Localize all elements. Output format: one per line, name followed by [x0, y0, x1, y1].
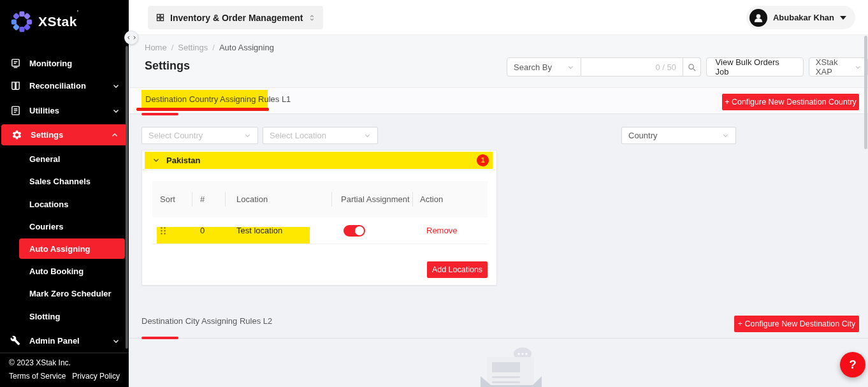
- breadcrumb-home[interactable]: Home: [145, 43, 167, 52]
- sidebar-item-utilities[interactable]: Utilities: [0, 99, 129, 122]
- column-header-sort: Sort: [152, 181, 192, 217]
- app-switcher-label: Inventory & Order Management: [170, 13, 303, 23]
- configure-destination-city-button[interactable]: + Configure New Destination City: [734, 316, 859, 332]
- sidebar-collapse-button[interactable]: [124, 31, 138, 45]
- gear-icon: [11, 129, 22, 140]
- chevron-right-icon: [132, 35, 137, 40]
- chevron-down-icon: [244, 132, 251, 139]
- search-button[interactable]: [683, 57, 701, 77]
- logo-trademark: ': [77, 10, 78, 17]
- swap-vertical-icon: [308, 13, 315, 22]
- caret-down-icon: [840, 16, 846, 20]
- select-location-placeholder: Select Location: [270, 131, 326, 140]
- remove-link[interactable]: Remove: [420, 226, 457, 235]
- column-header-index: #: [192, 181, 225, 217]
- partial-assignment-toggle[interactable]: [344, 225, 365, 237]
- sidebar-item-label: Monitoring: [29, 59, 72, 68]
- breadcrumb-current: Auto Assigning: [219, 43, 274, 52]
- accordion-country-name: Pakistan: [166, 156, 200, 165]
- wrench-icon: [10, 335, 21, 346]
- sidebar-item-monitoring[interactable]: Monitoring: [0, 52, 129, 75]
- table-row: 0 Test location Remove: [152, 217, 488, 244]
- sidebar-item-auto-assigning[interactable]: Auto Assigning: [19, 238, 125, 259]
- grid-icon: [156, 13, 165, 22]
- xstak-xap-select[interactable]: XStak XAP: [809, 57, 868, 77]
- sidebar-item-mark-zero-scheduler[interactable]: Mark Zero Scheduler: [0, 282, 129, 305]
- sidebar-scrollbar[interactable]: [126, 46, 128, 349]
- view-bulk-orders-label: View Bulk Orders Job: [716, 57, 794, 77]
- sidebar-item-auto-booking[interactable]: Auto Booking: [0, 260, 129, 282]
- user-menu[interactable]: Abubakar Khan: [746, 6, 855, 29]
- search-cluster: Search By 0 / 50 View Bulk Orders Job XS…: [507, 57, 868, 77]
- sidebar-item-admin-panel[interactable]: Admin Panel: [0, 330, 129, 352]
- privacy-policy-link[interactable]: Privacy Policy: [72, 372, 120, 381]
- locations-table: Sort # Location Partial Assignment Actio…: [152, 181, 488, 244]
- add-locations-button[interactable]: Add Locations: [427, 261, 488, 278]
- column-header-partial-assignment: Partial Assignment: [331, 181, 412, 217]
- search-by-value: Search By: [514, 62, 552, 72]
- select-location-dropdown[interactable]: Select Location: [263, 127, 378, 144]
- sidebar-child-label: Auto Assigning: [29, 244, 90, 254]
- l2-active-tab-underline: [141, 337, 178, 339]
- country-dropdown[interactable]: Country: [621, 127, 736, 144]
- chevron-down-icon: [855, 64, 861, 71]
- monitoring-icon: [10, 58, 21, 69]
- sidebar-item-general[interactable]: General: [0, 148, 129, 170]
- search-icon: [687, 62, 697, 72]
- chevron-down-icon: [722, 132, 729, 139]
- sidebar-item-label: Settings: [31, 130, 63, 140]
- chevron-down-icon: [364, 132, 371, 139]
- select-country-placeholder: Select Country: [148, 131, 203, 140]
- country-dropdown-value: Country: [628, 131, 658, 140]
- column-header-action: Action: [412, 181, 488, 217]
- pakistan-rules-card: Pakistan 1 Sort # Location Partial Assig…: [141, 150, 497, 286]
- sidebar-item-locations[interactable]: Locations: [0, 193, 129, 215]
- drag-handle-icon[interactable]: [160, 226, 166, 235]
- column-header-location: Location: [225, 181, 331, 217]
- search-counter: 0 / 50: [655, 62, 676, 72]
- view-bulk-orders-button[interactable]: View Bulk Orders Job: [706, 57, 804, 77]
- page-title: Settings: [145, 59, 190, 73]
- sidebar-child-label: Mark Zero Scheduler: [29, 289, 112, 298]
- page-scrollbar[interactable]: [864, 36, 867, 149]
- sidebar-item-slotting[interactable]: Slotting: [0, 305, 129, 328]
- xstak-xap-value: XStak XAP: [816, 57, 855, 77]
- sidebar-child-label: General: [29, 154, 60, 164]
- l1-section-title[interactable]: Destination Country Assigning Rules L1: [145, 94, 291, 104]
- breadcrumb-settings[interactable]: Settings: [178, 43, 208, 52]
- utilities-icon: [10, 105, 21, 116]
- l2-divider: [129, 338, 868, 339]
- sidebar-item-sales-channels[interactable]: Sales Channels: [0, 170, 129, 193]
- help-button[interactable]: ?: [840, 352, 865, 377]
- logo-text: XStak: [38, 14, 77, 29]
- select-country-dropdown[interactable]: Select Country: [141, 127, 258, 144]
- table-header-row: Sort # Location Partial Assignment Actio…: [152, 181, 488, 217]
- configure-destination-country-button[interactable]: + Configure New Destination Country: [722, 94, 859, 110]
- breadcrumb-separator: /: [212, 43, 215, 52]
- logo: XStak': [10, 10, 78, 33]
- accordion-header-pakistan[interactable]: Pakistan 1: [142, 150, 496, 170]
- l2-section-title[interactable]: Destination City Assigning Rules L2: [141, 316, 272, 326]
- sidebar-footer: © 2023 XStak Inc. Terms of Service Priva…: [0, 353, 129, 387]
- sidebar-item-label: Reconciliation: [29, 81, 86, 91]
- topbar: Inventory & Order Management Abubakar Kh…: [129, 0, 868, 35]
- user-name: Abubakar Khan: [773, 13, 834, 22]
- sidebar-child-label: Sales Channels: [29, 177, 90, 186]
- sidebar-item-reconciliation[interactable]: Reconciliation: [0, 75, 129, 97]
- terms-of-service-link[interactable]: Terms of Service: [9, 372, 66, 381]
- breadcrumb-separator: /: [171, 43, 174, 52]
- app-switcher[interactable]: Inventory & Order Management: [148, 6, 323, 29]
- sidebar-item-settings[interactable]: Settings: [1, 124, 127, 145]
- sidebar-item-couriers[interactable]: Couriers: [0, 215, 129, 238]
- search-by-select[interactable]: Search By: [507, 57, 581, 77]
- person-icon: [752, 11, 765, 24]
- copyright-text: © 2023 XStak Inc.: [9, 358, 120, 367]
- chevron-down-icon: [567, 64, 574, 71]
- sidebar: XStak' Monitoring Reconciliation Utiliti…: [0, 0, 129, 387]
- reconciliation-icon: [10, 80, 21, 91]
- row-location-name: Test location: [236, 226, 282, 235]
- row-index: 0: [200, 226, 205, 235]
- xstak-logo-icon: [10, 10, 33, 33]
- sidebar-child-label: Locations: [29, 200, 68, 209]
- sidebar-item-label: Admin Panel: [29, 336, 80, 346]
